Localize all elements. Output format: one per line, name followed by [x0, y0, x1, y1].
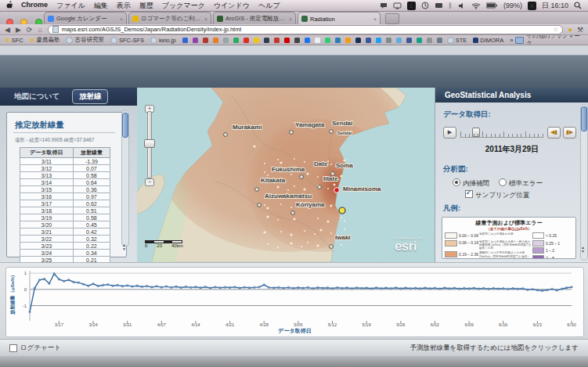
tab-close-icon[interactable]: ×: [373, 16, 377, 22]
wrench-icon[interactable]: ⚒: [577, 26, 583, 34]
bookmark-item[interactable]: SFC-SFS: [110, 37, 144, 44]
radio-interpolation[interactable]: 内挿補間: [453, 178, 489, 189]
table-row[interactable]: 3/150.36: [20, 186, 110, 193]
browser-tab-3[interactable]: Radiation×: [298, 12, 381, 25]
display-icon[interactable]: [393, 2, 402, 9]
time-machine-icon[interactable]: [421, 2, 429, 9]
bookmark-favicon-7[interactable]: [254, 38, 261, 43]
menu-item-chrome[interactable]: Chrome: [21, 1, 48, 11]
sidebar-scroll-arrows[interactable]: ▲▼: [122, 243, 126, 251]
bookmark-favicon-23[interactable]: [417, 38, 424, 43]
bookmark-item[interactable]: STE: [447, 37, 467, 44]
table-row[interactable]: 3/120.07: [20, 165, 110, 172]
bookmark-favicon-3[interactable]: [213, 38, 220, 43]
menu-clock[interactable]: 日 16:10: [542, 1, 568, 11]
home-button[interactable]: ⌂: [38, 26, 41, 34]
table-row[interactable]: 3/230.22: [20, 243, 110, 250]
user-icon[interactable]: ●: [568, 26, 572, 34]
tab-close-icon[interactable]: ×: [289, 16, 292, 22]
bookmark-favicon-1[interactable]: [193, 38, 200, 43]
bookmark-favicon-9[interactable]: [274, 38, 281, 43]
table-row[interactable]: 3/240.34: [20, 250, 110, 257]
highlight-point-marker[interactable]: [339, 207, 345, 214]
bookmark-favicon-24[interactable]: [427, 38, 434, 43]
sampling-checkbox-row[interactable]: サンプリング位置: [465, 190, 529, 200]
slider-track[interactable]: [460, 128, 543, 138]
table-row[interactable]: 3/140.64: [20, 179, 110, 186]
menu-item-3[interactable]: 表示: [117, 1, 131, 11]
menu-item-4[interactable]: 履歴: [139, 1, 153, 11]
browser-tab-0[interactable]: Google カレンダー×: [44, 12, 127, 25]
bookmark-favicon-19[interactable]: [376, 38, 383, 43]
bookmarks-overflow[interactable]: »その他のブックマーク: [510, 35, 583, 45]
forward-button[interactable]: ▶: [16, 26, 21, 34]
menu-item-1[interactable]: ファイル: [56, 1, 85, 11]
back-button[interactable]: ◀: [5, 26, 10, 34]
bookmark-favicon-21[interactable]: [396, 38, 403, 43]
bookmark-favicon-5[interactable]: [233, 38, 240, 43]
bookmark-item[interactable]: ✕SFC: [5, 37, 23, 44]
battery-icon[interactable]: [486, 2, 498, 9]
menu-item-5[interactable]: ブックマーク: [162, 1, 205, 11]
step-back-button[interactable]: ◀▮: [547, 127, 561, 139]
sidebar-scroll-thumb[interactable]: [122, 113, 128, 138]
menu-item-7[interactable]: ヘルプ: [258, 1, 280, 11]
app-badge-icon[interactable]: 1: [407, 2, 416, 10]
menu-item-6[interactable]: ウインドウ: [214, 1, 250, 11]
spotlight-icon[interactable]: [574, 2, 582, 9]
wifi-icon[interactable]: [471, 2, 481, 9]
table-row[interactable]: 3/180.51: [20, 207, 110, 214]
table-row[interactable]: 3/200.45: [20, 221, 110, 228]
bookmark-favicon-17[interactable]: [355, 38, 363, 43]
bookmark-favicon-6[interactable]: [243, 38, 251, 43]
bookmark-favicon-4[interactable]: [223, 38, 230, 43]
geo-scroll-arrows[interactable]: ▲▼: [581, 246, 585, 254]
bookmark-favicon-18[interactable]: [366, 38, 373, 43]
menu-item-2[interactable]: 編集: [94, 1, 108, 11]
geo-scroll-thumb[interactable]: [581, 106, 587, 131]
apple-icon[interactable]: [6, 1, 13, 11]
tab-radiation[interactable]: 放射線: [72, 89, 109, 104]
table-row[interactable]: 3/190.58: [20, 214, 110, 221]
step-forward-button[interactable]: ▮▶: [563, 127, 576, 139]
bookmark-favicon-22[interactable]: [406, 38, 413, 43]
bookmark-favicon-12[interactable]: [305, 38, 312, 43]
map-canvas[interactable]: MurakamiYamagataSendaiSendaiDateSomaFuku…: [137, 88, 435, 262]
tab-close-icon[interactable]: ×: [120, 16, 123, 22]
geo-panel-scrollbar[interactable]: [580, 104, 588, 261]
input-menu-icon[interactable]: A: [528, 2, 536, 10]
reload-button[interactable]: ⟳: [27, 26, 33, 34]
radio-button[interactable]: [453, 178, 460, 186]
bookmark-item[interactable]: ✕慶應義塾: [30, 36, 60, 44]
bookmark-favicon-11[interactable]: [294, 38, 301, 43]
bookmark-favicon-16[interactable]: [345, 38, 352, 43]
speech-icon[interactable]: [380, 2, 388, 9]
log-chart-checkbox[interactable]: [9, 344, 17, 352]
zoom-out-button[interactable]: −: [145, 178, 154, 186]
bookmark-star-icon[interactable]: ☆: [553, 26, 558, 33]
bookmark-favicon-13[interactable]: [315, 38, 322, 43]
sampling-checkbox[interactable]: [465, 190, 473, 198]
monitor-icon[interactable]: [435, 2, 443, 9]
map-zoom-slider[interactable]: + −: [143, 105, 154, 183]
zoom-thumb[interactable]: [144, 139, 155, 148]
bookmark-favicon-0[interactable]: [182, 38, 189, 43]
selected-point-marker[interactable]: [334, 188, 340, 193]
table-row[interactable]: 3/160.97: [20, 193, 110, 200]
tab-close-icon[interactable]: ×: [204, 16, 207, 22]
play-button[interactable]: ▶: [443, 127, 456, 139]
table-row[interactable]: 3/11-1.39: [20, 158, 110, 165]
bookmark-favicon-10[interactable]: [284, 38, 291, 43]
radio-button[interactable]: [499, 178, 507, 186]
volume-icon[interactable]: [458, 2, 466, 9]
browser-tab-2[interactable]: ArcGIS - 推定電離放射線量×: [213, 12, 296, 25]
new-tab-button[interactable]: [385, 13, 399, 24]
bookmark-favicon-2[interactable]: [203, 38, 210, 43]
bookmark-item[interactable]: keio.jp: [150, 37, 176, 44]
bookmark-item[interactable]: 古谷研究室: [66, 36, 104, 44]
browser-tab-1[interactable]: ロゴマーク等のご利用につい×: [128, 12, 211, 25]
bookmark-favicon-15[interactable]: [335, 38, 342, 43]
table-row[interactable]: 3/220.32: [20, 236, 110, 243]
time-series-chart[interactable]: 10-13/173/243/314/074/144/214/285/055/12…: [5, 267, 584, 337]
table-row[interactable]: 3/130.58: [20, 172, 110, 179]
